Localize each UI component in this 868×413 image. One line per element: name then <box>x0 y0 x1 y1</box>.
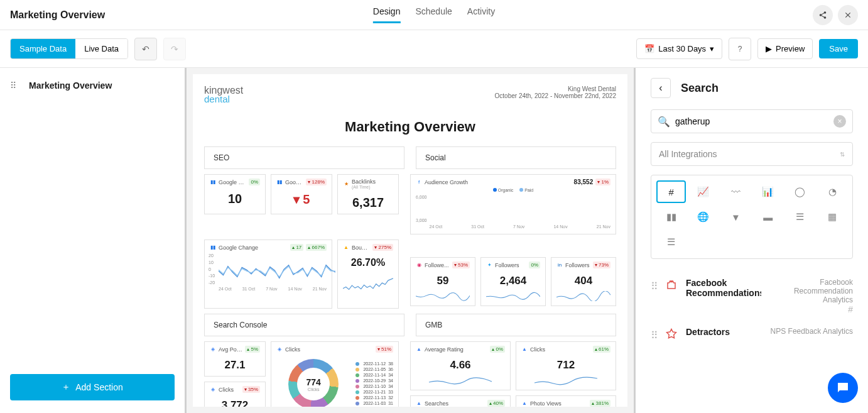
search-console-icon: ◈ <box>210 387 216 393</box>
search-result-item[interactable]: ⠿ Facebook Recommendations Facebook Reco… <box>651 272 853 321</box>
search-panel-title: Search <box>681 82 719 95</box>
donut-label: Clicks <box>307 387 321 392</box>
donut-legend: 2022-11-12382022-11-05362022-11-14342022… <box>355 361 393 407</box>
ytick: 20 <box>209 253 215 258</box>
close-button[interactable] <box>838 5 858 25</box>
redo-icon: ↷ <box>171 44 178 54</box>
wtype-pie[interactable]: ◔ <box>818 180 847 203</box>
wtype-area[interactable]: ▬ <box>753 206 783 228</box>
xtick: 24 Oct <box>430 224 443 229</box>
sample-data-button[interactable]: Sample Data <box>11 39 75 58</box>
widget-value: 2,464 <box>486 275 540 287</box>
change-badge: ▾ 73% <box>593 262 610 268</box>
widget-audience-growth[interactable]: f Audience Growth 83,552 ▾ 1% Organic Pa… <box>410 174 616 234</box>
tab-activity[interactable]: Activity <box>467 6 495 23</box>
widget-bounce[interactable]: ▲ Bounc... ▾ 275% 26.70% <box>337 240 399 309</box>
widget-value: 27.1 <box>210 359 260 372</box>
sparkline <box>416 375 505 385</box>
undo-button[interactable]: ↶ <box>134 38 157 60</box>
section-social[interactable]: Social <box>416 146 616 169</box>
date-range-button[interactable]: 📅 Last 30 Days ▾ <box>636 38 722 59</box>
gmb-icon: ▲ <box>521 400 528 407</box>
sort-icon: ⇅ <box>840 151 845 158</box>
wtype-list[interactable]: ☰ <box>656 231 686 253</box>
change-badge: ▴ 0% <box>490 346 505 353</box>
widget-gmb-clicks[interactable]: ▲ Clicks ▴ 61% 712 <box>516 341 616 390</box>
wtype-bar[interactable]: 📊 <box>753 180 783 203</box>
section-search-console[interactable]: Search Console <box>204 314 404 336</box>
xtick: 14 Nov <box>553 224 567 229</box>
drag-handle-icon[interactable]: ⠿ <box>651 280 658 292</box>
widget-title: Searches <box>425 400 485 407</box>
widget-clicks-donut[interactable]: ◈ Clicks ▾ 51% 774 Clicks 2022-11-12382 <box>271 341 399 407</box>
widget-title: Clicks <box>219 387 240 393</box>
tab-design[interactable]: Design <box>373 6 401 23</box>
change-badge: ▾ 275% <box>372 244 393 251</box>
widget-title: Google Change <box>219 245 288 251</box>
widget-title: Bounc... <box>352 245 370 251</box>
chat-widget-button[interactable] <box>828 373 858 403</box>
widget-photo-views[interactable]: ▲ Photo Views ▴ 381% 1,891 <box>516 395 616 407</box>
chevron-down-icon: ▾ <box>710 44 714 53</box>
widget-li-followers[interactable]: in Followers ▾ 73% 404 <box>551 257 616 306</box>
search-result-item[interactable]: ⠿ Detractors NPS Feedback Analytics <box>651 321 853 348</box>
widget-value: 26.70% <box>343 257 393 268</box>
wtype-circle[interactable]: ◯ <box>785 180 815 203</box>
widget-avg-position[interactable]: ◈ Avg Posi... ▴ 5% 27.1 <box>204 341 266 377</box>
wtype-hbar[interactable]: ☰ <box>785 206 815 228</box>
sparkline <box>556 291 610 301</box>
widget-backlinks[interactable]: ★ Backlinks (All Time) 6,317 <box>337 174 399 214</box>
wtype-globe[interactable]: 🌐 <box>688 206 718 228</box>
clear-search-button[interactable]: × <box>833 115 846 128</box>
drag-handle-icon[interactable]: ⠿ <box>10 80 16 91</box>
widget-searches[interactable]: ▲ Searches ▴ 40% 1,414 <box>410 395 511 407</box>
wtype-column[interactable]: ▮▮ <box>656 206 686 228</box>
redo-button[interactable]: ↷ <box>163 38 186 60</box>
search-console-icon: ◈ <box>210 346 216 353</box>
widget-tw-followers[interactable]: ✦ Followers 0% 2,464 <box>480 257 546 306</box>
wtype-line[interactable]: 📈 <box>688 180 718 203</box>
help-icon: ? <box>738 45 742 53</box>
section-gmb[interactable]: GMB <box>416 314 616 336</box>
facebook-icon: f <box>416 179 422 185</box>
share-button[interactable] <box>813 5 833 25</box>
hash-icon: # <box>768 304 853 314</box>
widget-sc-clicks[interactable]: ◈ Clicks ▾ 35% 3,772 <box>204 382 266 407</box>
sparkline <box>343 272 393 294</box>
preview-button[interactable]: ▶ Preview <box>757 38 813 59</box>
audience-bar-chart <box>430 195 610 223</box>
live-data-button[interactable]: Live Data <box>75 39 127 58</box>
integration-select[interactable]: All Integrations ⇅ <box>651 142 853 166</box>
integration-label: All Integrations <box>659 149 717 159</box>
widget-ig-followers[interactable]: ◉ Followe... ▾ 53% 59 <box>410 257 475 306</box>
help-button[interactable]: ? <box>729 38 751 60</box>
widget-avg-rating[interactable]: ▲ Average Rating ▴ 0% 4.66 <box>410 341 511 390</box>
widget-title: Avg Posi... <box>219 346 242 353</box>
tab-schedule[interactable]: Schedule <box>415 6 452 23</box>
change-badge: ▴ 5% <box>245 346 260 353</box>
section-seo[interactable]: SEO <box>204 146 404 169</box>
plus-icon: ＋ <box>62 382 70 393</box>
wtype-funnel[interactable]: ▼ <box>721 206 751 228</box>
widget-google-rank[interactable]: ▮▮ Google Ra... 0% 10 <box>204 174 266 214</box>
recommendation-icon <box>666 279 678 292</box>
wtype-wave[interactable]: 〰 <box>721 180 751 203</box>
save-button[interactable]: Save <box>819 39 858 58</box>
section-list-item[interactable]: Marketing Overview <box>29 80 112 91</box>
wtype-number[interactable]: # <box>656 180 686 203</box>
widget-google-2[interactable]: ▮▮ Googl... ▾ 128% ▾ 5 <box>271 174 332 214</box>
logo-text-bottom: dental <box>204 94 243 104</box>
search-input[interactable] <box>675 116 828 126</box>
change-badge: 0% <box>249 179 260 185</box>
drag-handle-icon[interactable]: ⠿ <box>651 329 658 341</box>
search-console-icon: ◈ <box>276 346 283 353</box>
back-button[interactable]: ‹ <box>651 78 671 98</box>
wtype-table[interactable]: ▦ <box>818 206 847 228</box>
xtick: 31 Oct <box>471 224 484 229</box>
sparkline <box>486 291 540 301</box>
add-section-button[interactable]: ＋ Add Section <box>10 374 175 400</box>
star-icon: ★ <box>343 181 349 187</box>
widget-google-change[interactable]: ▮▮ Google Change ▴ 17 ▴ 667% 20 10 0 -10… <box>204 240 332 309</box>
detractors-icon <box>666 328 678 341</box>
result-title: Detractors <box>686 327 730 337</box>
